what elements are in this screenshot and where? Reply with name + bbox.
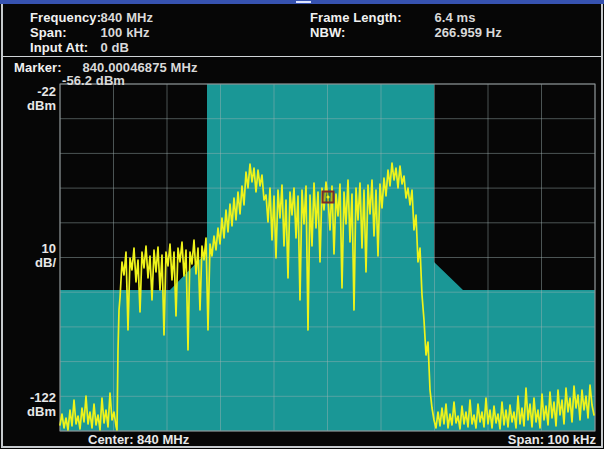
y-axis-ref-level: -22 dBm — [0, 85, 56, 113]
y-axis-ref-unit: dBm — [0, 99, 56, 113]
marker-dot — [326, 195, 329, 198]
y-axis-scale: 10 dB/ — [0, 242, 56, 270]
y-axis-scale-unit: dB/ — [0, 256, 56, 270]
y-axis-ref-value: -22 — [0, 85, 56, 99]
y-axis-floor-value: -122 — [0, 391, 56, 405]
header-separator — [3, 56, 601, 57]
y-axis-scale-value: 10 — [0, 242, 56, 256]
spectrum-analyzer-screen: Frequency: 840 MHz Span: 100 kHz Input A… — [0, 0, 604, 449]
top-accent-bar — [0, 0, 604, 4]
y-axis-floor-level: -122 dBm — [0, 391, 56, 419]
center-frequency-label: Center: 840 MHz — [88, 432, 189, 447]
span-footer-label: Span: 100 kHz — [508, 432, 596, 447]
y-axis-floor-unit: dBm — [0, 405, 56, 419]
top-bar-handle — [296, 1, 311, 3]
marker-amplitude-row: -56.2 dBm — [62, 71, 125, 89]
marker-amplitude: -56.2 dBm — [62, 73, 125, 88]
